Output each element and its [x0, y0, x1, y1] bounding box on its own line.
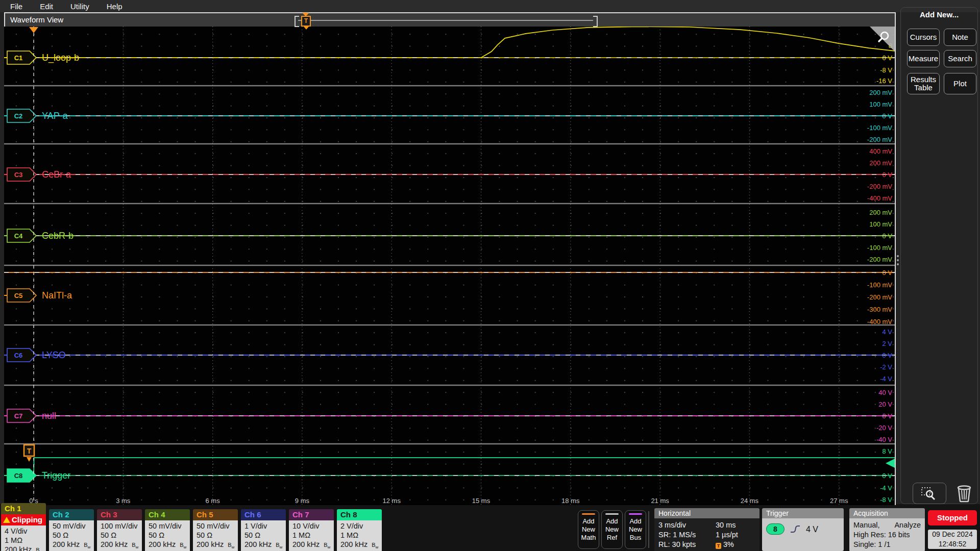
waveform-view-tab[interactable]: Waveform View	[10, 15, 63, 24]
volts-per-div: 50 mV/div	[149, 521, 190, 531]
scale-label: -400 mV	[867, 318, 892, 325]
time-axis-label: 3 ms	[116, 497, 131, 505]
volts-per-div: 1 V/div	[244, 521, 286, 531]
channel-name-c4[interactable]: CebR-b	[42, 231, 74, 241]
splitter-handle[interactable]	[897, 255, 899, 265]
note-button[interactable]: Note	[944, 29, 976, 46]
bandwidth: 200 kHz	[292, 540, 320, 549]
zoom-box-icon	[920, 486, 939, 500]
trash-icon	[955, 483, 973, 503]
time-axis-label: 15 ms	[472, 497, 491, 505]
channel-badge-body: 50 mV/div50 Ω200 kHzBw	[145, 520, 190, 551]
scale-label: 100 mV	[869, 101, 892, 108]
impedance: 50 Ω	[101, 531, 142, 540]
add-new-bus-button[interactable]: AddNewBus	[625, 510, 646, 549]
channel-settings-badge-ch6[interactable]: Ch 61 V/div50 Ω200 kHzBw	[241, 509, 286, 551]
accent-line	[629, 513, 642, 515]
record-trigger-pointer-icon	[304, 27, 309, 30]
scale-label: 0 V	[882, 171, 892, 179]
channel-name-c2[interactable]: YAP-a	[42, 111, 68, 121]
impedance: 1 MΩ	[292, 531, 334, 540]
channel-name-c6[interactable]: LYSO	[42, 350, 66, 360]
bandwidth: 200 kHz	[5, 545, 32, 551]
channel-badge-label: C4	[14, 232, 23, 240]
channel-name-c1[interactable]: U_loop-b	[42, 53, 79, 63]
scale-label: -200 mV	[867, 256, 892, 263]
trash-button[interactable]	[951, 482, 977, 504]
channel-settings-badge-ch3[interactable]: Ch 3100 mV/div50 Ω200 kHzBw	[97, 509, 142, 551]
menu-utility[interactable]: Utility	[70, 2, 89, 11]
add-new-ref-button[interactable]: AddNewRef	[601, 510, 623, 549]
warning-icon	[3, 517, 10, 523]
trigger-source-badge[interactable]: 8	[766, 523, 785, 535]
bandwidth: 200 kHz	[244, 540, 272, 549]
acquisition-panel[interactable]: Acquisition Manual, Analyze High Res: 16…	[849, 508, 925, 551]
channel-badge-label: C5	[14, 292, 23, 299]
channel-badge-body: 2 V/div1 MΩ200 kHzBw	[337, 520, 382, 551]
scale-label: -200 mV	[867, 136, 892, 143]
impedance: 1 MΩ	[340, 531, 382, 540]
plot-button[interactable]: Plot	[944, 73, 976, 94]
impedance: 50 Ω	[149, 531, 190, 540]
horizontal-row-label: 3 ms/div	[658, 520, 716, 530]
volts-per-div: 50 mV/div	[197, 521, 238, 531]
channel-settings-badge-ch2[interactable]: Ch 250 mV/div50 Ω200 kHzBw	[49, 509, 94, 551]
scale-label: -2 V	[880, 363, 892, 371]
scale-label: -200 mV	[867, 183, 892, 190]
measure-button[interactable]: Measure	[907, 50, 940, 67]
volts-per-div: 10 V/div	[292, 521, 334, 531]
scale-label: 20 V	[878, 400, 892, 408]
channel-badge-body: 10 V/div1 MΩ200 kHzBw	[289, 520, 334, 551]
results-table-button[interactable]: Results Table	[907, 73, 940, 94]
bandwidth: 200 kHz	[101, 540, 128, 549]
time-axis-label: 9 ms	[295, 497, 310, 505]
search-button[interactable]: Search	[944, 50, 976, 67]
channel-badge-label: C2	[14, 112, 23, 120]
record-view-line	[298, 20, 593, 21]
channel-badge-header: Ch 6	[241, 509, 286, 520]
time-axis-label: 12 ms	[382, 497, 401, 505]
date-value: 09 Dec 2024	[928, 530, 977, 539]
zoom-box-button[interactable]	[913, 483, 946, 504]
scale-label: 0 V	[882, 472, 892, 480]
trigger-panel[interactable]: Trigger 8 4 V	[762, 508, 844, 551]
scale-label: 0 V	[882, 232, 892, 240]
bandwidth: 200 kHz	[53, 540, 80, 549]
bandwidth: 200 kHz	[149, 540, 176, 549]
menu-help[interactable]: Help	[107, 2, 122, 11]
acquisition-mode: Manual,	[853, 520, 880, 530]
scale-label: 8 V	[882, 447, 892, 455]
accent-line	[605, 513, 619, 515]
channel-name-c7[interactable]: null	[42, 411, 56, 421]
channel-name-c8[interactable]: Trigger	[42, 470, 70, 481]
channel-settings-badge-ch5[interactable]: Ch 550 mV/div50 Ω200 kHzBw	[193, 509, 238, 551]
horizontal-row-value: 30 ms	[716, 521, 736, 529]
acquisition-analyze: Analyze	[894, 520, 921, 530]
bandwidth: 200 kHz	[340, 540, 368, 549]
menu-file[interactable]: File	[10, 2, 22, 11]
channel-name-c5[interactable]: NaITl-a	[42, 290, 72, 300]
cursors-button[interactable]: Cursors	[907, 29, 940, 46]
run-stop-status-button[interactable]: Stopped	[928, 510, 977, 525]
datetime-display: 09 Dec 2024 12:48:52	[928, 530, 977, 549]
channel-settings-badge-ch1[interactable]: Ch 1Clipping4 V/div1 MΩ200 kHzBw	[1, 503, 46, 551]
scale-label: -200 mV	[867, 293, 892, 301]
time-axis-label: 27 ms	[830, 497, 848, 505]
channel-settings-badge-ch8[interactable]: Ch 82 V/div1 MΩ200 kHzBw	[337, 509, 382, 551]
channel-badge-label: C6	[14, 352, 23, 359]
channel-settings-badge-ch4[interactable]: Ch 450 mV/div50 Ω200 kHzBw	[145, 509, 190, 551]
scale-label: -100 mV	[867, 124, 892, 132]
impedance: 1 MΩ	[5, 536, 46, 545]
horizontal-panel[interactable]: Horizontal 3 ms/div30 msSR: 1 MS/s1 µs/p…	[654, 508, 760, 551]
record-trigger-position-marker[interactable]: T	[301, 16, 311, 27]
scale-label: 0 V	[882, 352, 892, 359]
menu-bar: FileEditUtilityHelp	[0, 0, 980, 12]
volts-per-div: 2 V/div	[340, 521, 382, 531]
channel-name-c3[interactable]: CeBr-a	[42, 169, 71, 180]
bandwidth-limit-icon: Bw	[84, 540, 90, 551]
volts-per-div: 100 mV/div	[101, 521, 142, 531]
channel-badge-label: C1	[14, 54, 23, 62]
channel-settings-badge-ch7[interactable]: Ch 710 V/div1 MΩ200 kHzBw	[289, 509, 334, 551]
menu-edit[interactable]: Edit	[40, 2, 53, 11]
add-new-math-button[interactable]: AddNewMath	[578, 510, 599, 549]
